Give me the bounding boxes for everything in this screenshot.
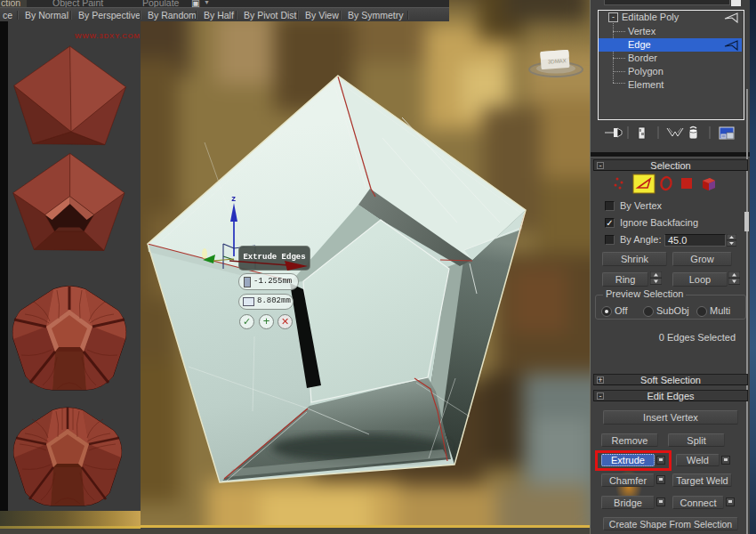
svg-text:z: z	[231, 195, 236, 204]
